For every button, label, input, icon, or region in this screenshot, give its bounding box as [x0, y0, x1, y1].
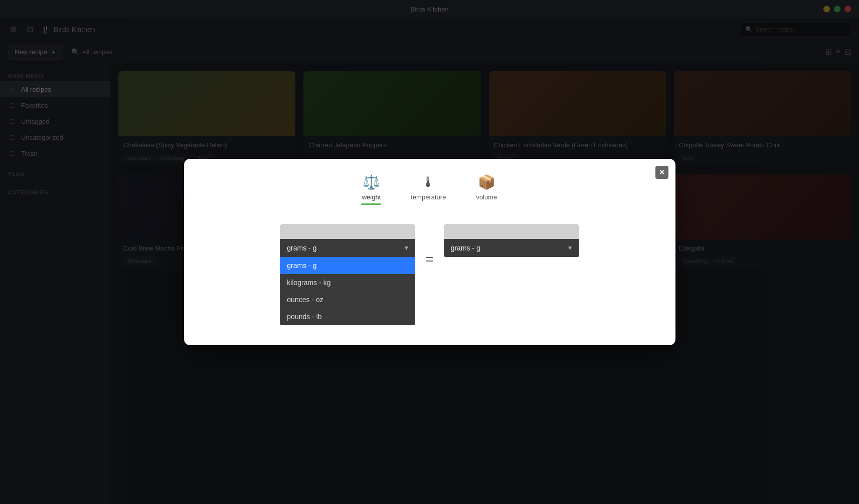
left-select-top-bar [280, 224, 415, 239]
option-grams[interactable]: grams - g [280, 257, 415, 274]
right-unit-select-display[interactable]: grams - g ▼ [444, 239, 579, 257]
equals-sign: = [425, 251, 433, 268]
temperature-icon: 🌡 [421, 174, 435, 190]
weight-label: weight [362, 193, 381, 201]
modal-overlay[interactable]: ✕ ⚖️ weight 🌡 temperature 📦 volume gra [0, 0, 859, 504]
right-selected-value: grams - g [451, 244, 480, 252]
option-kilograms[interactable]: kilograms - kg [280, 274, 415, 291]
left-unit-dropdown: grams - g kilograms - kg ounces - oz pou… [280, 257, 415, 325]
volume-label: volume [476, 193, 497, 201]
left-select-arrow-icon: ▼ [403, 244, 409, 251]
right-unit-select-wrap: grams - g ▼ [444, 224, 579, 257]
right-select-top-bar [444, 224, 579, 239]
option-pounds[interactable]: pounds - lb [280, 308, 415, 325]
tab-volume[interactable]: 📦 volume [476, 174, 497, 204]
weight-icon: ⚖️ [363, 174, 380, 190]
unit-converter-modal: ✕ ⚖️ weight 🌡 temperature 📦 volume gra [184, 159, 675, 345]
conversion-row: grams - g ▼ grams - g kilograms - kg oun… [204, 224, 655, 325]
left-selected-value: grams - g [287, 244, 316, 252]
left-unit-select-wrap: grams - g ▼ grams - g kilograms - kg oun… [280, 224, 415, 325]
right-select-arrow-icon: ▼ [567, 244, 573, 251]
tab-weight[interactable]: ⚖️ weight [362, 174, 381, 204]
left-unit-select-display[interactable]: grams - g ▼ [280, 239, 415, 257]
option-ounces[interactable]: ounces - oz [280, 291, 415, 308]
modal-tabs: ⚖️ weight 🌡 temperature 📦 volume [204, 174, 655, 204]
volume-icon: 📦 [478, 174, 495, 190]
modal-close-button[interactable]: ✕ [655, 166, 668, 179]
tab-temperature[interactable]: 🌡 temperature [411, 174, 446, 204]
temperature-label: temperature [411, 193, 446, 201]
